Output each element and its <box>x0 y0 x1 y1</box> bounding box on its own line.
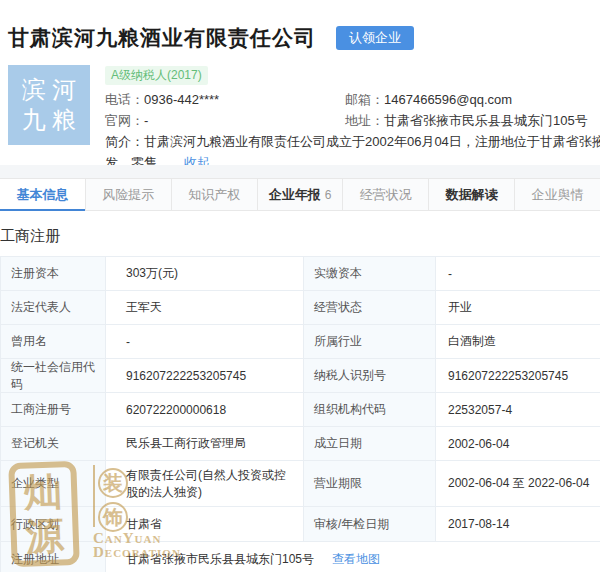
row6-value1: 民乐县工商行政管理局 <box>106 427 304 461</box>
row3-value2: 白酒制造 <box>436 325 600 359</box>
row4-value1: 916207222253205745 <box>106 359 304 393</box>
table-row: 曾用名 - 所属行业 白酒制造 <box>1 325 600 359</box>
row6-label1: 登记机关 <box>1 427 106 461</box>
row3-value1: - <box>106 325 304 359</box>
website-label: 官网： <box>105 113 144 128</box>
row7-value2: 2002-06-04 至 2022-06-04 <box>436 461 600 507</box>
row5-value2: 22532057-4 <box>436 393 600 427</box>
address-field: 地址：甘肃省张掖市民乐县县城东门105号 <box>345 110 588 131</box>
email-label: 邮箱： <box>345 92 384 107</box>
table-row: 注册资本 303万(元) 实缴资本 - <box>1 257 600 291</box>
row5-value1: 620722200000618 <box>106 393 304 427</box>
tab-annual-report-label: 企业年报 <box>269 186 321 204</box>
address-label: 地址： <box>345 113 384 128</box>
row9-label1: 注册地址 <box>1 542 106 572</box>
table-row: 行政区划 甘肃省 审核/年检日期 2017-08-14 <box>1 507 600 542</box>
tab-intellectual-property-label: 知识产权 <box>188 186 240 204</box>
row4-label1: 统一社会信用代码 <box>1 359 106 393</box>
row5-label1: 工商注册号 <box>1 393 106 427</box>
page-title: 甘肃滨河九粮酒业有限责任公司 <box>8 24 316 52</box>
registration-section-title: 工商注册 <box>0 227 60 246</box>
tab-operating-status[interactable]: 经营状况 <box>343 179 429 210</box>
registered-address-value: 甘肃省张掖市民乐县县城东门105号 <box>126 551 314 568</box>
row1-label2: 实缴资本 <box>304 257 436 291</box>
claim-company-button[interactable]: 认领企业 <box>336 26 414 50</box>
row3-label1: 曾用名 <box>1 325 106 359</box>
table-row: 企业类型 有限责任公司(自然人投资或控股的法人独资) 营业期限 2002-06-… <box>1 461 600 507</box>
tab-public-sentiment-label: 企业舆情 <box>532 186 584 204</box>
tab-risk-alerts-label: 风险提示 <box>102 186 154 204</box>
intro-line1: 简介：甘肃滨河九粮酒业有限责任公司成立于2002年06月04日，注册地位于甘肃省… <box>105 131 600 152</box>
tab-public-sentiment[interactable]: 企业舆情 <box>515 179 600 210</box>
row8-value1: 甘肃省 <box>106 507 304 542</box>
row3-label2: 所属行业 <box>304 325 436 359</box>
view-map-link[interactable]: 查看地图 <box>332 551 380 568</box>
header-title-row: 甘肃滨河九粮酒业有限责任公司 认领企业 <box>0 0 600 52</box>
table-row: 法定代表人 王军天 经营状态 开业 <box>1 291 600 325</box>
tab-operating-status-label: 经营状况 <box>360 186 412 204</box>
table-row: 统一社会信用代码 916207222253205745 纳税人识别号 91620… <box>1 359 600 393</box>
row6-label2: 成立日期 <box>304 427 436 461</box>
phone-field: 电话：0936-442**** <box>105 89 345 110</box>
logo-line2: 九粮 <box>16 105 82 135</box>
row2-value2: 开业 <box>436 291 600 325</box>
table-row: 工商注册号 620722200000618 组织机构代码 22532057-4 <box>1 393 600 427</box>
row2-label1: 法定代表人 <box>1 291 106 325</box>
address-value: 甘肃省张掖市民乐县县城东门105号 <box>384 113 588 128</box>
row8-label2: 审核/年检日期 <box>304 507 436 542</box>
table-row: 登记机关 民乐县工商行政管理局 成立日期 2002-06-04 <box>1 427 600 461</box>
table-row: 注册地址 甘肃省张掖市民乐县县城东门105号 查看地图 <box>1 542 600 572</box>
website-value: - <box>144 113 148 128</box>
email-value: 1467466596@qq.com <box>384 92 512 107</box>
row1-value2: - <box>436 257 600 291</box>
registration-table: 注册资本 303万(元) 实缴资本 - 法定代表人 王军天 经营状态 开业 曾用… <box>0 256 600 572</box>
website-field: 官网：- <box>105 110 345 131</box>
phone-value: 0936-442**** <box>144 92 219 107</box>
row1-label1: 注册资本 <box>1 257 106 291</box>
row7-label1: 企业类型 <box>1 461 106 507</box>
tax-rating-badge: A级纳税人(2017) <box>105 66 208 85</box>
row8-value2: 2017-08-14 <box>436 507 600 542</box>
tab-data-insights[interactable]: 数据解读 <box>429 179 515 210</box>
tab-annual-report[interactable]: 企业年报6 <box>258 179 344 210</box>
row5-label2: 组织机构代码 <box>304 393 436 427</box>
section-divider <box>0 165 600 178</box>
contact-row-2: 官网：- 地址：甘肃省张掖市民乐县县城东门105号 <box>105 110 600 131</box>
row2-value1: 王军天 <box>106 291 304 325</box>
logo-line1: 滨河 <box>16 75 82 105</box>
row4-label2: 纳税人识别号 <box>304 359 436 393</box>
annual-report-count-badge: 6 <box>325 188 332 202</box>
row4-value2: 916207222253205745 <box>436 359 600 393</box>
tab-bar: 基本信息 风险提示 知识产权 企业年报6 经营状况 数据解读 企业舆情 <box>0 178 600 211</box>
row7-value1: 有限责任公司(自然人投资或控股的法人独资) <box>106 461 304 507</box>
tab-risk-alerts[interactable]: 风险提示 <box>86 179 172 210</box>
header-info: 滨河 九粮 A级纳税人(2017) 电话：0936-442**** 邮箱：146… <box>0 52 600 173</box>
tab-intellectual-property[interactable]: 知识产权 <box>172 179 258 210</box>
phone-label: 电话： <box>105 92 144 107</box>
row9-value1: 甘肃省张掖市民乐县县城东门105号 查看地图 <box>106 542 600 572</box>
contact-grid: 电话：0936-442**** 邮箱：1467466596@qq.com 官网：… <box>105 89 600 173</box>
header-details: A级纳税人(2017) 电话：0936-442**** 邮箱：146746659… <box>105 65 600 173</box>
email-field: 邮箱：1467466596@qq.com <box>345 89 512 110</box>
tab-basic-info[interactable]: 基本信息 <box>0 179 86 210</box>
row8-label1: 行政区划 <box>1 507 106 542</box>
row1-value1: 303万(元) <box>106 257 304 291</box>
tab-basic-info-label: 基本信息 <box>16 186 68 204</box>
row7-label2: 营业期限 <box>304 461 436 507</box>
company-logo: 滨河 九粮 <box>8 65 90 145</box>
contact-row-1: 电话：0936-442**** 邮箱：1467466596@qq.com <box>105 89 600 110</box>
row6-value2: 2002-06-04 <box>436 427 600 461</box>
row2-label2: 经营状态 <box>304 291 436 325</box>
tab-data-insights-label: 数据解读 <box>446 186 498 204</box>
company-profile-page: 甘肃滨河九粮酒业有限责任公司 认领企业 滨河 九粮 A级纳税人(2017) 电话… <box>0 0 600 572</box>
